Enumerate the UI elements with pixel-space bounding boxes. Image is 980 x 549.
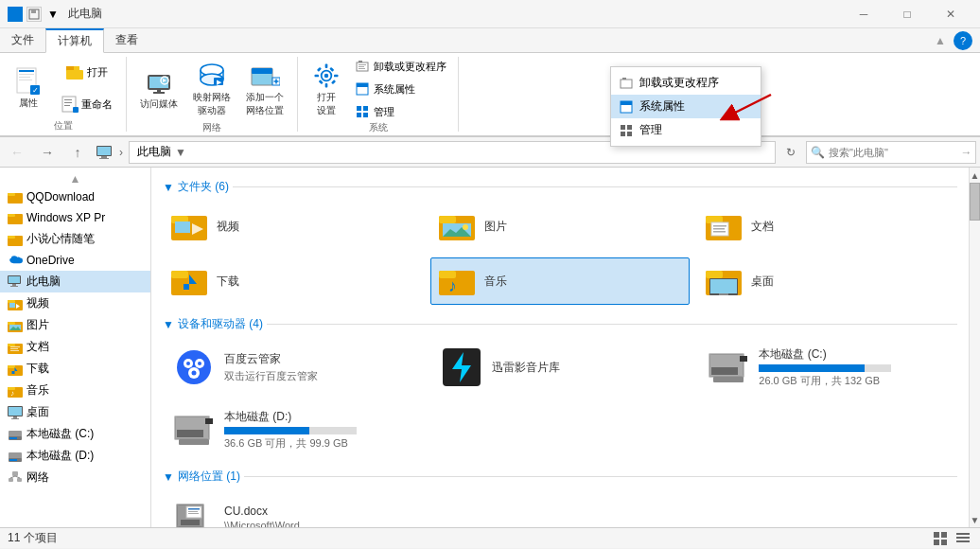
rename-button[interactable]: 重命名 xyxy=(53,89,118,119)
tab-file[interactable]: 文件 xyxy=(0,28,45,52)
open-button[interactable]: 打开 xyxy=(53,57,118,87)
sidebar-item-pictures[interactable]: 图片 xyxy=(0,314,150,336)
baidu-name: 百度云管家 xyxy=(224,351,414,367)
devices-collapse-icon[interactable]: ▼ xyxy=(163,318,174,331)
svg-rect-7 xyxy=(19,70,34,72)
sidebar-item-videos[interactable]: 视频 xyxy=(0,292,150,314)
sidebar: ▲ QQDownload Windows XP Pr xyxy=(0,168,151,527)
network-item-cudocx[interactable]: CU.docx \\Microsoft\Word... xyxy=(163,492,317,527)
folder-item-music[interactable]: ♪ 音乐 xyxy=(430,257,691,305)
sidebar-label-onedrive: OneDrive xyxy=(26,254,75,267)
breadcrumb-separator: › xyxy=(117,146,125,159)
svg-rect-66 xyxy=(627,132,632,136)
open-settings-button[interactable]: 打开 设置 xyxy=(306,57,347,121)
search-input[interactable] xyxy=(825,147,957,158)
svg-rect-132 xyxy=(171,271,188,278)
download-icon-small xyxy=(8,362,23,377)
search-box: 🔍 → xyxy=(806,141,976,164)
sidebar-item-diary[interactable]: 小说心情随笔 xyxy=(0,228,150,250)
folders-divider xyxy=(233,186,957,187)
list-view-button[interactable] xyxy=(954,529,972,548)
network-collapse-icon[interactable]: ▼ xyxy=(163,470,174,484)
svg-rect-159 xyxy=(177,430,203,437)
manage-icon xyxy=(355,104,370,119)
up-button[interactable]: ↑ xyxy=(64,140,91,165)
sys-props-button[interactable]: 系统属性 xyxy=(351,80,450,98)
folder-item-desktop[interactable]: 桌面 xyxy=(697,257,957,305)
sidebar-item-qqdownload[interactable]: QQDownload xyxy=(0,186,150,207)
add-location-button[interactable]: 添加一个 网络位置 xyxy=(240,57,289,121)
map-drive-button[interactable]: ▶ 映射网络 驱动器 xyxy=(187,57,236,121)
tab-computer[interactable]: 计算机 xyxy=(45,28,104,53)
forward-button[interactable]: → xyxy=(34,140,61,165)
device-item-diskc[interactable]: 本地磁盘 (C:) 26.0 GB 可用，共 132 GB xyxy=(697,340,957,395)
ribbon-collapse-icon[interactable]: ▲ xyxy=(935,34,946,47)
rename-icon xyxy=(59,93,81,115)
sidebar-item-downloads[interactable]: 下载 xyxy=(0,358,150,380)
back-button[interactable]: ← xyxy=(4,140,30,165)
minimize-button[interactable]: ─ xyxy=(842,0,885,28)
folder-icon xyxy=(8,210,23,225)
svg-rect-24 xyxy=(153,92,165,94)
diskc-name: 本地磁盘 (C:) xyxy=(759,346,949,363)
devices-divider xyxy=(267,324,957,325)
svg-rect-80 xyxy=(12,284,16,286)
devices-section-header: ▼ 设备和驱动器 (4) xyxy=(163,316,957,332)
svg-rect-55 xyxy=(357,106,361,111)
sidebar-item-thispc[interactable]: 此电脑 xyxy=(0,271,150,292)
status-bar: 11 个项目 xyxy=(0,527,980,548)
sidebar-item-network[interactable]: 网络 xyxy=(0,467,150,488)
svg-text:♪: ♪ xyxy=(10,389,14,398)
svg-rect-153 xyxy=(740,356,747,362)
devices-grid: 百度云管家 双击运行百度云管家 迅雷影音片库 xyxy=(163,340,957,457)
close-button[interactable]: ✕ xyxy=(929,0,972,28)
device-item-diskd[interactable]: 本地磁盘 (D:) 36.6 GB 可用，共 99.9 GB xyxy=(163,402,423,457)
svg-rect-87 xyxy=(8,322,15,325)
access-media-button[interactable]: 访问媒体 xyxy=(134,63,184,115)
help-icon[interactable]: ? xyxy=(954,31,972,50)
location-label: 位置 xyxy=(54,119,73,134)
scroll-thumb[interactable] xyxy=(970,183,980,221)
svg-rect-22 xyxy=(149,77,168,88)
maximize-button[interactable]: □ xyxy=(885,0,929,28)
scroll-up-btn[interactable]: ▲ xyxy=(970,168,980,183)
svg-rect-1 xyxy=(16,9,21,13)
svg-rect-129 xyxy=(713,228,725,230)
system-label: 系统 xyxy=(369,121,388,136)
picture-folder-icon xyxy=(439,209,477,243)
manage-button[interactable]: 管理 xyxy=(351,102,450,121)
device-item-thunder[interactable]: 迅雷影音片库 xyxy=(430,340,691,395)
sidebar-label-winxp: Windows XP Pr xyxy=(26,211,105,224)
svg-rect-96 xyxy=(8,365,15,368)
properties-button[interactable]: ✓ 属性 xyxy=(8,62,49,114)
scroll-down-btn[interactable]: ▼ xyxy=(970,512,980,527)
sidebar-item-music[interactable]: ♪ 音乐 xyxy=(0,380,150,401)
sidebar-item-onedrive[interactable]: OneDrive xyxy=(0,250,150,271)
folder-item-videos[interactable]: 视频 xyxy=(163,203,423,250)
device-item-baidu[interactable]: 百度云管家 双击运行百度云管家 xyxy=(163,340,423,395)
scrollbar[interactable]: ▲ ▼ xyxy=(969,168,980,527)
folder-item-downloads[interactable]: 下载 xyxy=(163,257,423,305)
access-media-icon xyxy=(144,67,174,97)
desktop-icon-small xyxy=(8,405,23,420)
svg-rect-94 xyxy=(10,350,19,351)
grid-view-button[interactable] xyxy=(931,529,950,548)
svg-rect-113 xyxy=(17,478,22,482)
svg-rect-160 xyxy=(179,439,209,445)
svg-rect-175 xyxy=(956,540,970,542)
sidebar-label-thispc: 此电脑 xyxy=(26,274,61,290)
folder-item-docs[interactable]: 文档 xyxy=(697,203,957,250)
sidebar-item-diskd[interactable]: 本地磁盘 (D:) xyxy=(0,445,150,467)
tab-view[interactable]: 查看 xyxy=(104,28,149,52)
search-submit-icon[interactable]: → xyxy=(957,143,975,162)
folder-item-pictures[interactable]: 图片 xyxy=(430,203,691,250)
sidebar-item-winxp[interactable]: Windows XP Pr xyxy=(0,207,150,228)
uninstall-button[interactable]: 卸载或更改程序 xyxy=(351,57,450,76)
scroll-track xyxy=(970,183,980,512)
sidebar-item-diskc[interactable]: 本地磁盘 (C:) xyxy=(0,423,150,445)
sidebar-item-desktop[interactable]: 桌面 xyxy=(0,401,150,423)
folders-collapse-icon[interactable]: ▼ xyxy=(163,181,174,194)
sidebar-item-docs[interactable]: 文档 xyxy=(0,336,150,358)
svg-text:♪: ♪ xyxy=(448,276,457,295)
svg-rect-40 xyxy=(325,64,328,68)
